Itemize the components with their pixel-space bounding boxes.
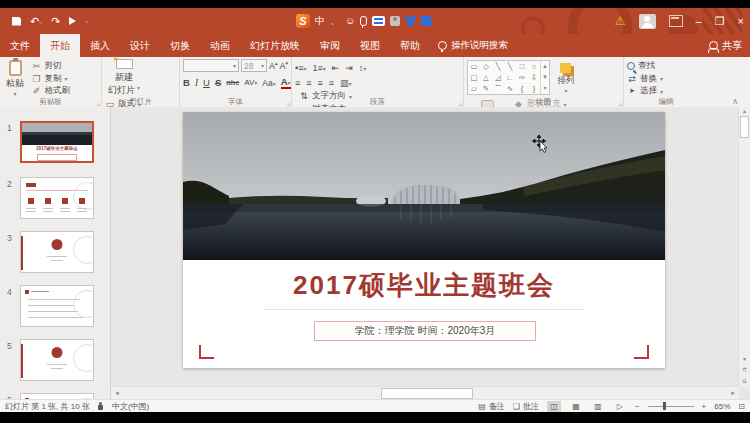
font-name-combobox[interactable]: ▾ [183,59,239,72]
columns-button[interactable]: ▥▾ [340,78,352,88]
vertical-scrollbar-thumb[interactable] [740,116,749,138]
font-dialog-launcher[interactable]: ⌟ [287,99,290,107]
gallery-scroll-up[interactable]: ▲ [540,61,549,72]
vertical-scrollbar[interactable]: ▴ ▾ ⇈ ⇊ [738,107,750,387]
slide-thumbnail-3[interactable] [20,231,94,273]
ime-skin-icon[interactable] [405,16,416,26]
tab-insert[interactable]: 插入 [80,34,120,57]
tab-help[interactable]: 帮助 [390,34,430,57]
slide-sorter-view-button[interactable]: ▦ [569,401,583,412]
clipboard-dialog-launcher[interactable]: ⌟ [97,99,100,107]
format-painter-button[interactable]: ✐ 格式刷 [31,85,70,97]
clear-formatting-button[interactable]: abc [226,78,239,87]
tab-view[interactable]: 视图 [350,34,390,57]
scroll-left-arrow[interactable]: ◂ [111,389,123,397]
ribbon-display-options-icon[interactable] [669,15,683,27]
zoom-in-button[interactable]: + [702,402,707,411]
ime-emoji-icon[interactable]: ☺ [345,16,355,26]
shrink-font-button[interactable]: A▾ [280,60,289,71]
notes-button[interactable]: ▤ 备注 [478,401,505,412]
tab-file[interactable]: 文件 [0,34,40,57]
gallery-scroll-down[interactable]: ▼ [540,72,549,83]
minimize-button[interactable]: – [696,16,702,27]
replace-button[interactable]: ⇄ 替换▾ [627,73,663,85]
zoom-level[interactable]: 65% [714,402,730,411]
accessibility-icon[interactable] [98,402,104,411]
line-spacing-button[interactable]: ↕▾ [359,63,367,73]
numbering-button[interactable]: 1≡▾ [312,63,325,73]
italic-button[interactable]: I [195,78,198,88]
justify-button[interactable]: ≡ [329,78,334,88]
customize-qat-icon[interactable]: ▾ [85,18,88,25]
scroll-up-arrow[interactable]: ▴ [743,107,746,114]
strikethrough-button[interactable]: S [215,77,221,88]
warning-icon[interactable]: ⚠ [615,14,626,28]
slide-title[interactable]: 2017硕毕业主题班会 [183,268,665,303]
redo-icon[interactable]: ↷ [51,15,60,28]
next-slide-button[interactable]: ⇊ [742,377,747,384]
change-case-button[interactable]: Aa▾ [262,78,275,88]
tab-slideshow[interactable]: 幻灯片放映 [240,34,310,57]
tellme-search[interactable]: 操作说明搜索 [430,34,516,57]
sogou-logo-icon[interactable]: S [296,14,310,28]
ime-toolbox-icon[interactable] [421,16,431,26]
paragraph-dialog-launcher[interactable]: ⌟ [459,99,462,107]
zoom-out-button[interactable]: − [635,402,640,411]
tab-design[interactable]: 设计 [120,34,160,57]
close-button[interactable]: × [738,16,744,27]
save-icon[interactable] [12,17,21,26]
horizontal-scrollbar[interactable]: ◂ ▸ [111,386,739,399]
decrease-indent-button[interactable]: ⇤ [332,63,340,73]
previous-slide-button[interactable]: ⇈ [742,366,747,373]
scroll-right-arrow[interactable]: ▸ [727,389,739,397]
font-size-combobox[interactable]: 28▾ [241,59,267,72]
lake-photo[interactable] [183,112,665,260]
increase-indent-button[interactable]: ⇥ [345,63,353,73]
align-center-button[interactable]: ≡ [306,78,311,88]
align-left-button[interactable]: ≡ [295,78,300,88]
account-avatar[interactable] [639,14,656,29]
zoom-slider-thumb[interactable] [663,402,666,410]
ime-account-icon[interactable] [390,16,400,26]
arrange-button[interactable]: 排列 ▾ [554,59,577,97]
reading-view-button[interactable]: ▥ [591,401,605,412]
font-color-button[interactable]: A▾ [281,77,291,89]
ime-punctuation-icon[interactable]: 、 [330,16,340,26]
align-right-button[interactable]: ≡ [318,78,323,88]
comments-button[interactable]: ❏ 批注 [513,401,539,412]
collapse-ribbon-button[interactable]: ∧ [732,97,738,106]
slide-thumbnail-2[interactable] [20,177,94,219]
horizontal-scrollbar-thumb[interactable] [381,388,473,399]
normal-view-button[interactable]: ◫ [547,401,561,412]
paste-button[interactable]: 粘贴 ▾ [3,59,27,97]
tab-animations[interactable]: 动画 [200,34,240,57]
character-spacing-button[interactable]: AV▾ [244,78,257,87]
gallery-more[interactable]: ▾ [540,83,549,94]
select-button[interactable]: ➤ 选择▾ [627,85,663,97]
tab-home[interactable]: 开始 [40,34,80,57]
slideshow-view-button[interactable]: ▷ [613,401,627,412]
bold-button[interactable]: B [183,77,190,88]
cut-button[interactable]: ✂ 剪切 [31,60,70,72]
underline-button[interactable]: U [203,77,210,88]
scroll-down-arrow[interactable]: ▾ [743,355,746,362]
new-slide-button[interactable]: 新建 幻灯片▾ [105,59,143,97]
drawing-dialog-launcher[interactable]: ⌟ [619,99,622,107]
restore-button[interactable]: ❐ [715,16,725,27]
slide-thumbnail-1[interactable]: 2017硕毕业主题班会 [20,121,94,163]
tab-transitions[interactable]: 切换 [160,34,200,57]
ime-microphone-icon[interactable] [360,16,367,26]
bullets-button[interactable]: •≡▾ [295,63,306,73]
undo-icon[interactable]: ↶▾ [30,15,42,28]
start-slideshow-icon[interactable] [69,17,76,25]
fit-to-window-button[interactable]: ⊡ [738,402,745,411]
share-button[interactable]: 共享 [709,34,742,57]
language-indicator[interactable]: 中文(中国) [112,401,149,412]
slide-editor[interactable]: 2017硕毕业主题班会 学院：理学院 时间：2020年3月 [183,112,665,368]
slide-thumbnail-5[interactable] [20,339,94,381]
ime-chinese-mode-icon[interactable]: 中 [315,16,325,26]
tab-review[interactable]: 审阅 [310,34,350,57]
zoom-slider[interactable] [648,406,694,407]
grow-font-button[interactable]: A▴ [269,60,278,71]
find-button[interactable]: 查找 [627,60,663,72]
